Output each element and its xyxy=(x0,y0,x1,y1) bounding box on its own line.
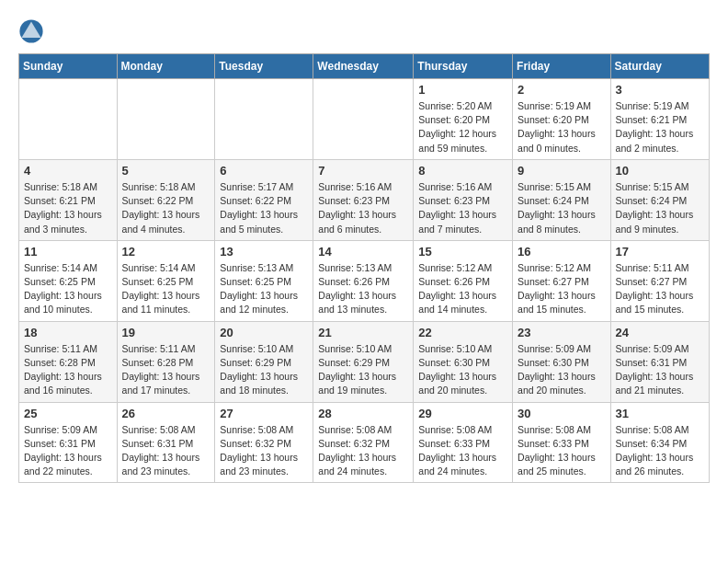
calendar-cell: 16Sunrise: 5:12 AM Sunset: 6:27 PM Dayli… xyxy=(513,240,611,321)
day-info: Sunrise: 5:12 AM Sunset: 6:27 PM Dayligh… xyxy=(518,261,606,317)
calendar-cell: 9Sunrise: 5:15 AM Sunset: 6:24 PM Daylig… xyxy=(513,159,611,240)
days-header-row: SundayMondayTuesdayWednesdayThursdayFrid… xyxy=(19,54,710,79)
day-info: Sunrise: 5:08 AM Sunset: 6:31 PM Dayligh… xyxy=(122,423,210,479)
day-info: Sunrise: 5:10 AM Sunset: 6:29 PM Dayligh… xyxy=(220,342,308,398)
logo xyxy=(18,18,48,44)
calendar-cell: 17Sunrise: 5:11 AM Sunset: 6:27 PM Dayli… xyxy=(610,240,709,321)
calendar-cell: 6Sunrise: 5:17 AM Sunset: 6:22 PM Daylig… xyxy=(215,159,313,240)
day-number: 26 xyxy=(122,407,210,420)
day-number: 12 xyxy=(122,245,210,259)
day-info: Sunrise: 5:13 AM Sunset: 6:26 PM Dayligh… xyxy=(318,261,408,317)
calendar-cell: 5Sunrise: 5:18 AM Sunset: 6:22 PM Daylig… xyxy=(117,159,215,240)
calendar-cell xyxy=(19,79,118,160)
calendar-cell: 10Sunrise: 5:15 AM Sunset: 6:24 PM Dayli… xyxy=(610,159,709,240)
day-header-monday: Monday xyxy=(117,54,215,79)
day-number: 2 xyxy=(518,83,606,97)
day-number: 13 xyxy=(220,245,308,259)
day-number: 31 xyxy=(616,407,704,420)
day-number: 8 xyxy=(418,164,507,178)
day-info: Sunrise: 5:08 AM Sunset: 6:34 PM Dayligh… xyxy=(616,423,704,479)
day-header-friday: Friday xyxy=(513,54,611,79)
day-number: 1 xyxy=(418,83,507,97)
day-info: Sunrise: 5:09 AM Sunset: 6:30 PM Dayligh… xyxy=(518,342,606,398)
calendar-cell: 25Sunrise: 5:09 AM Sunset: 6:31 PM Dayli… xyxy=(19,402,118,483)
day-number: 16 xyxy=(518,245,606,259)
day-number: 10 xyxy=(616,164,704,178)
calendar-cell: 11Sunrise: 5:14 AM Sunset: 6:25 PM Dayli… xyxy=(19,240,118,321)
calendar-cell: 23Sunrise: 5:09 AM Sunset: 6:30 PM Dayli… xyxy=(513,321,611,402)
day-info: Sunrise: 5:16 AM Sunset: 6:23 PM Dayligh… xyxy=(418,180,507,236)
logo-icon xyxy=(18,18,44,44)
calendar-cell xyxy=(313,79,414,160)
page-header xyxy=(18,18,710,44)
day-number: 11 xyxy=(24,245,112,259)
day-info: Sunrise: 5:10 AM Sunset: 6:29 PM Dayligh… xyxy=(318,342,408,398)
calendar-cell: 2Sunrise: 5:19 AM Sunset: 6:20 PM Daylig… xyxy=(513,79,611,160)
day-info: Sunrise: 5:11 AM Sunset: 6:27 PM Dayligh… xyxy=(616,261,704,317)
day-header-sunday: Sunday xyxy=(19,54,118,79)
calendar-cell: 4Sunrise: 5:18 AM Sunset: 6:21 PM Daylig… xyxy=(19,159,118,240)
day-number: 21 xyxy=(318,326,408,339)
day-info: Sunrise: 5:08 AM Sunset: 6:33 PM Dayligh… xyxy=(518,423,606,479)
day-number: 27 xyxy=(220,407,308,420)
calendar-cell: 26Sunrise: 5:08 AM Sunset: 6:31 PM Dayli… xyxy=(117,402,215,483)
day-number: 17 xyxy=(616,245,704,259)
day-info: Sunrise: 5:18 AM Sunset: 6:21 PM Dayligh… xyxy=(24,180,112,236)
day-info: Sunrise: 5:11 AM Sunset: 6:28 PM Dayligh… xyxy=(24,342,112,398)
calendar-cell: 22Sunrise: 5:10 AM Sunset: 6:30 PM Dayli… xyxy=(414,321,513,402)
day-number: 19 xyxy=(122,326,210,339)
day-header-tuesday: Tuesday xyxy=(215,54,313,79)
week-row-3: 11Sunrise: 5:14 AM Sunset: 6:25 PM Dayli… xyxy=(19,240,710,321)
calendar-table: SundayMondayTuesdayWednesdayThursdayFrid… xyxy=(18,53,710,483)
calendar-cell: 15Sunrise: 5:12 AM Sunset: 6:26 PM Dayli… xyxy=(414,240,513,321)
day-number: 20 xyxy=(220,326,308,339)
calendar-cell: 31Sunrise: 5:08 AM Sunset: 6:34 PM Dayli… xyxy=(610,402,709,483)
day-info: Sunrise: 5:17 AM Sunset: 6:22 PM Dayligh… xyxy=(220,180,308,236)
day-info: Sunrise: 5:08 AM Sunset: 6:32 PM Dayligh… xyxy=(318,423,408,479)
calendar-cell xyxy=(215,79,313,160)
day-info: Sunrise: 5:10 AM Sunset: 6:30 PM Dayligh… xyxy=(418,342,507,398)
day-number: 18 xyxy=(24,326,112,339)
day-number: 29 xyxy=(418,407,507,420)
day-info: Sunrise: 5:09 AM Sunset: 6:31 PM Dayligh… xyxy=(24,423,112,479)
day-header-saturday: Saturday xyxy=(610,54,709,79)
week-row-5: 25Sunrise: 5:09 AM Sunset: 6:31 PM Dayli… xyxy=(19,402,710,483)
calendar-cell: 27Sunrise: 5:08 AM Sunset: 6:32 PM Dayli… xyxy=(215,402,313,483)
calendar-cell: 7Sunrise: 5:16 AM Sunset: 6:23 PM Daylig… xyxy=(313,159,414,240)
day-info: Sunrise: 5:15 AM Sunset: 6:24 PM Dayligh… xyxy=(518,180,606,236)
day-info: Sunrise: 5:09 AM Sunset: 6:31 PM Dayligh… xyxy=(616,342,704,398)
day-info: Sunrise: 5:14 AM Sunset: 6:25 PM Dayligh… xyxy=(24,261,112,317)
calendar-cell xyxy=(117,79,215,160)
day-info: Sunrise: 5:08 AM Sunset: 6:33 PM Dayligh… xyxy=(418,423,507,479)
day-header-thursday: Thursday xyxy=(414,54,513,79)
week-row-2: 4Sunrise: 5:18 AM Sunset: 6:21 PM Daylig… xyxy=(19,159,710,240)
day-number: 5 xyxy=(122,164,210,178)
day-number: 6 xyxy=(220,164,308,178)
calendar-cell: 21Sunrise: 5:10 AM Sunset: 6:29 PM Dayli… xyxy=(313,321,414,402)
week-row-4: 18Sunrise: 5:11 AM Sunset: 6:28 PM Dayli… xyxy=(19,321,710,402)
week-row-1: 1Sunrise: 5:20 AM Sunset: 6:20 PM Daylig… xyxy=(19,79,710,160)
day-number: 28 xyxy=(318,407,408,420)
calendar-cell: 8Sunrise: 5:16 AM Sunset: 6:23 PM Daylig… xyxy=(414,159,513,240)
day-number: 24 xyxy=(616,326,704,339)
day-number: 3 xyxy=(616,83,704,97)
calendar-cell: 28Sunrise: 5:08 AM Sunset: 6:32 PM Dayli… xyxy=(313,402,414,483)
day-info: Sunrise: 5:18 AM Sunset: 6:22 PM Dayligh… xyxy=(122,180,210,236)
calendar-cell: 29Sunrise: 5:08 AM Sunset: 6:33 PM Dayli… xyxy=(414,402,513,483)
day-number: 9 xyxy=(518,164,606,178)
calendar-cell: 14Sunrise: 5:13 AM Sunset: 6:26 PM Dayli… xyxy=(313,240,414,321)
day-number: 23 xyxy=(518,326,606,339)
calendar-cell: 19Sunrise: 5:11 AM Sunset: 6:28 PM Dayli… xyxy=(117,321,215,402)
day-header-wednesday: Wednesday xyxy=(313,54,414,79)
calendar-cell: 13Sunrise: 5:13 AM Sunset: 6:25 PM Dayli… xyxy=(215,240,313,321)
day-info: Sunrise: 5:19 AM Sunset: 6:21 PM Dayligh… xyxy=(616,99,704,155)
day-number: 22 xyxy=(418,326,507,339)
day-info: Sunrise: 5:13 AM Sunset: 6:25 PM Dayligh… xyxy=(220,261,308,317)
day-number: 30 xyxy=(518,407,606,420)
calendar-cell: 18Sunrise: 5:11 AM Sunset: 6:28 PM Dayli… xyxy=(19,321,118,402)
calendar-cell: 30Sunrise: 5:08 AM Sunset: 6:33 PM Dayli… xyxy=(513,402,611,483)
day-info: Sunrise: 5:16 AM Sunset: 6:23 PM Dayligh… xyxy=(318,180,408,236)
day-number: 15 xyxy=(418,245,507,259)
calendar-cell: 3Sunrise: 5:19 AM Sunset: 6:21 PM Daylig… xyxy=(610,79,709,160)
day-info: Sunrise: 5:12 AM Sunset: 6:26 PM Dayligh… xyxy=(418,261,507,317)
